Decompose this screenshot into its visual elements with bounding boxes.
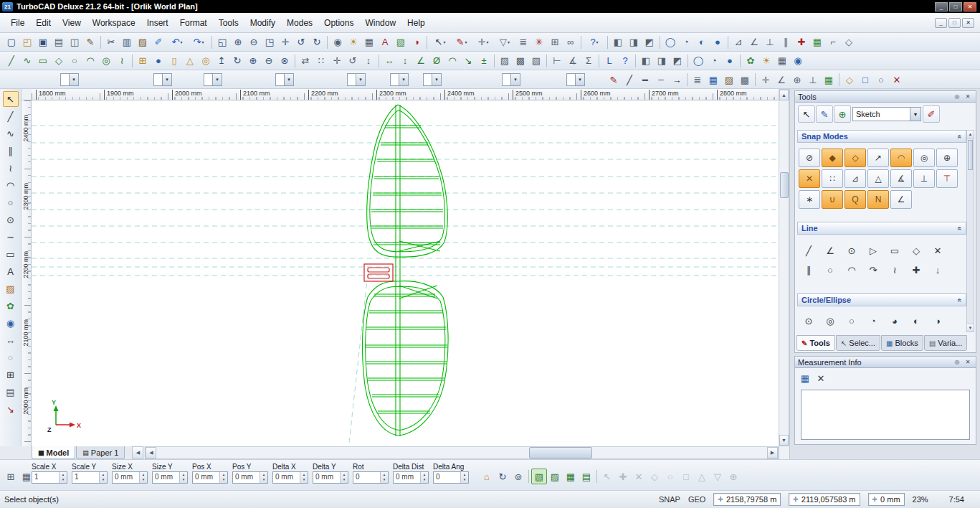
hyperlink-icon[interactable]: ∞ <box>563 34 579 50</box>
layers-icon[interactable]: ≣ <box>515 34 531 50</box>
menu-file[interactable]: File <box>6 16 29 30</box>
line-polygon-icon[interactable]: ▷ <box>863 242 883 259</box>
whats-this-help-icon[interactable]: ? <box>617 53 633 69</box>
scroll-left-arrow[interactable]: ◀ <box>146 447 156 458</box>
draw-arc-icon[interactable]: ◠ <box>82 53 98 69</box>
dropdown-caret[interactable]: ▾ <box>201 39 204 44</box>
field-input[interactable]: 0 mm▴▾ <box>272 471 308 484</box>
field-spinner[interactable]: ▴▾ <box>139 472 147 483</box>
collapse-circle-icon[interactable]: « <box>956 298 964 302</box>
save-icon[interactable]: ▣ <box>35 34 51 50</box>
explode-icon[interactable]: ✳ <box>531 34 547 50</box>
palette-tab-selection[interactable]: ↖Selec... <box>836 335 880 351</box>
materials-icon[interactable]: ✿ <box>743 53 758 69</box>
refresh-view-icon[interactable]: ↻ <box>309 34 325 50</box>
snap-vertex-icon[interactable]: ◆ <box>822 149 843 167</box>
undo-icon[interactable]: ↶▾ <box>166 34 188 50</box>
curve-tool-icon[interactable]: ∼ <box>3 229 19 245</box>
solid-fill-icon[interactable]: ▩ <box>513 53 528 69</box>
dropdown-caret[interactable]: ▾ <box>508 39 510 44</box>
pick-coordinates-icon[interactable]: ✛ <box>758 72 774 88</box>
tab-model[interactable]: ▦ Model <box>32 446 75 459</box>
scroll-right-arrow[interactable]: ▶ <box>767 447 778 458</box>
select-fence-icon[interactable]: ▦ <box>563 469 579 484</box>
scroll-down-arrow[interactable]: ▼ <box>779 435 789 446</box>
scroll-up-arrow[interactable]: ▲ <box>779 90 789 100</box>
field-spinner[interactable]: ▴▾ <box>460 472 468 483</box>
snap-grid-icon[interactable]: ∷ <box>822 169 843 188</box>
inspector-options-icon[interactable]: ⊞ <box>3 469 19 484</box>
rotation-handle-icon[interactable]: ↻ <box>495 469 510 484</box>
cone-3d-icon[interactable]: △ <box>182 53 198 69</box>
torus-3d-icon[interactable]: ◎ <box>198 53 214 69</box>
snap-modes-icon[interactable]: ✛▾ <box>472 34 494 50</box>
snap-perpendicular-icon[interactable]: ⊥ <box>913 169 935 188</box>
field-input[interactable]: 0 mm▴▾ <box>152 471 188 484</box>
shade-hidden-icon[interactable]: ◔ <box>706 53 722 69</box>
sphere-3d-icon[interactable]: ● <box>151 53 166 69</box>
wireframe-render-icon[interactable]: ◯ <box>662 34 678 50</box>
tools-palette-header[interactable]: Tools ◎✕ <box>795 91 976 103</box>
luminance-icon[interactable]: ☀ <box>758 53 774 69</box>
dimension-tool-icon[interactable]: ↔ <box>3 332 19 348</box>
extrude-icon[interactable]: ↥ <box>214 53 229 69</box>
coordinate-system-icon[interactable]: ✚ <box>794 34 809 50</box>
field-spinner[interactable]: ▴▾ <box>340 472 348 483</box>
document-close-icon[interactable]: ✕ <box>962 18 974 28</box>
snap-intersection-icon[interactable]: ✕ <box>799 169 820 188</box>
layers-tool-icon[interactable]: ▤ <box>3 384 19 400</box>
snap-quadrant-icon[interactable]: ◎ <box>913 149 935 167</box>
rectangle-tool-icon[interactable]: ▭ <box>3 246 19 262</box>
array-copy-icon[interactable]: ∷ <box>313 53 329 69</box>
coord-y-field[interactable]: ✛ 2119,057583 m <box>789 493 860 506</box>
group-icon[interactable]: ⊞ <box>547 34 563 50</box>
pin-icon[interactable]: ◎ <box>952 357 962 367</box>
boolean-union-icon[interactable]: ⊕ <box>245 53 261 69</box>
erase-icon[interactable]: ✕ <box>889 72 905 88</box>
select-polygon-icon[interactable]: ▤ <box>579 469 594 484</box>
modify-tool-icon[interactable]: ⊞ <box>3 367 19 382</box>
draw-polygon-icon[interactable]: ◇ <box>51 53 67 69</box>
style-combo-arrow[interactable]: ▼ <box>910 108 920 121</box>
dim-leader-icon[interactable]: ↘ <box>460 53 476 69</box>
vertical-scroll-thumb[interactable] <box>780 172 789 198</box>
menu-insert[interactable]: Insert <box>142 16 173 30</box>
coord-x-field[interactable]: ✛ 2158,79758 m <box>713 493 781 506</box>
line-rectangle-icon[interactable]: ▭ <box>885 242 905 259</box>
dim-vertical-icon[interactable]: ↕ <box>397 53 413 69</box>
grid-display-icon[interactable]: ▦ <box>821 72 837 88</box>
palette-scroll-down[interactable]: ▼ <box>967 324 974 331</box>
dropdown-caret[interactable]: ▾ <box>486 39 488 44</box>
dim-angular-icon[interactable]: ∠ <box>413 53 429 69</box>
pin-icon[interactable]: ◎ <box>952 92 962 101</box>
quality-render-icon[interactable]: ● <box>710 34 726 50</box>
collapse-line-icon[interactable]: « <box>956 226 964 230</box>
snap-face-icon[interactable]: △ <box>867 169 889 188</box>
property-combo-2[interactable]: ▾ <box>153 73 172 86</box>
palette-scroll-up[interactable]: ▲ <box>967 131 974 138</box>
pen-color-icon[interactable]: ✎ <box>606 72 622 88</box>
cylinder-3d-icon[interactable]: ▯ <box>166 53 182 69</box>
palette-tab-variables[interactable]: ▤Varia... <box>924 335 967 351</box>
field-input[interactable]: 0 mm▴▾ <box>112 471 148 484</box>
pen-style-icon[interactable]: ╱ <box>622 72 637 88</box>
pan-icon[interactable]: ✛ <box>277 34 293 50</box>
ellipse-tool-icon[interactable]: ⊙ <box>3 212 19 227</box>
menu-help[interactable]: Help <box>402 16 430 30</box>
restore-button[interactable]: □ <box>949 2 962 11</box>
draw-line-icon[interactable]: ╱ <box>4 53 19 69</box>
line-rotated-rectangle-icon[interactable]: ◇ <box>906 242 926 259</box>
selection-filter-icon[interactable]: ▽▾ <box>494 34 515 50</box>
pattern-icon[interactable]: ▩ <box>737 72 753 88</box>
style-combo[interactable]: Sketch ▼ <box>852 107 921 121</box>
snap-toggle-icon[interactable]: ⊕ <box>789 72 805 88</box>
snap-modes-section-header[interactable]: Snap Modes « <box>797 130 966 143</box>
select-icon[interactable]: ↖ <box>3 91 19 107</box>
line-angular-icon[interactable]: ∠ <box>820 242 840 259</box>
property-combo-4[interactable]: ▾ <box>275 73 294 86</box>
redo-icon[interactable]: ↷▾ <box>188 34 209 50</box>
polyline-tool-icon[interactable]: ∿ <box>3 126 19 141</box>
measure-angle-icon[interactable]: ∡ <box>565 53 581 69</box>
menu-format[interactable]: Format <box>175 16 212 30</box>
snap-tangent-icon[interactable]: ⊤ <box>936 169 958 188</box>
